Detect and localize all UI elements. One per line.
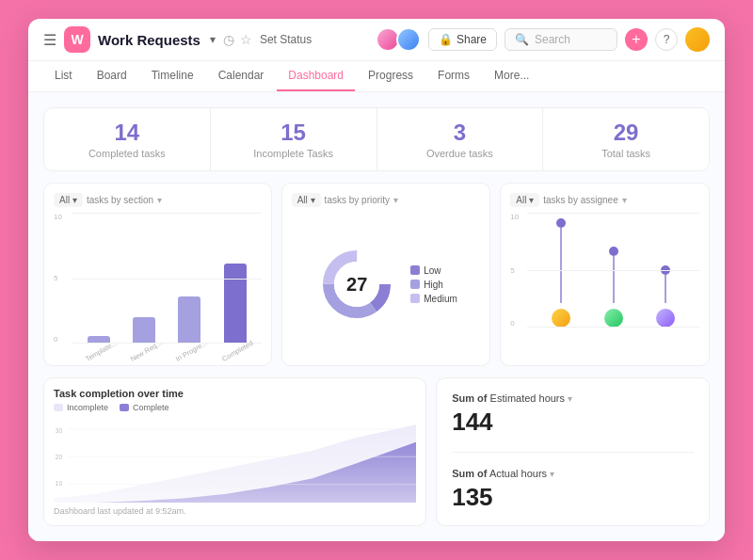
legend-low-dot	[410, 265, 420, 275]
stat-incomplete-number: 15	[218, 120, 369, 146]
app-logo: W	[64, 26, 90, 53]
tab-progress[interactable]: Progress	[357, 61, 425, 91]
legend-complete: Complete	[120, 403, 169, 412]
donut-priority-chevron-icon[interactable]: ▾	[393, 195, 398, 205]
donut-filter-all[interactable]: All ▾	[292, 193, 321, 207]
bar-y-label-5: 5	[54, 274, 62, 282]
legend-high-dot	[410, 280, 420, 289]
legend-low: Low	[410, 265, 457, 276]
sum-estimated-sub: Estimated hours	[490, 392, 565, 404]
bar-chart-card: All ▾ tasks by section ▾	[43, 183, 272, 366]
sum-estimated-chevron-icon[interactable]: ▾	[568, 393, 572, 404]
header-right: 🔒 Share 🔍 Search + ?	[376, 27, 710, 52]
app-title: Work Requests	[98, 32, 200, 48]
legend-complete-box	[120, 404, 129, 411]
bar-y-label-10: 10	[54, 213, 62, 221]
lollipop-y-0: 0	[510, 319, 519, 328]
stat-overdue-number: 3	[385, 120, 536, 146]
stats-row: 14 Completed tasks 15 Incomplete Tasks 3…	[43, 107, 710, 171]
sum-divider	[452, 452, 694, 453]
tab-forms[interactable]: Forms	[426, 61, 481, 91]
area-chart-card: Task completion over time Incomplete Com…	[43, 377, 426, 526]
area-legend: Incomplete Complete	[54, 403, 416, 412]
stat-incomplete-label: Incomplete Tasks	[218, 148, 369, 159]
bar-chart-area: 10 5 0	[54, 213, 262, 356]
star-icon[interactable]: ☆	[240, 32, 252, 47]
tab-dashboard[interactable]: Dashboard	[277, 61, 355, 91]
stat-total-label: Total tasks	[551, 148, 701, 159]
tab-more[interactable]: More...	[483, 61, 540, 91]
legend-high: High	[410, 280, 457, 290]
legend-medium: Medium	[410, 294, 457, 304]
sum-actual: Sum of Actual hours ▾ 135	[452, 468, 694, 512]
lollipop-y-10: 10	[510, 213, 519, 221]
donut-container: 27	[314, 242, 399, 327]
sum-actual-strong: Sum of	[452, 468, 487, 479]
sum-estimated-label: Sum of Estimated hours ▾	[452, 392, 694, 404]
donut-chart-card: All ▾ tasks by priority ▾	[281, 183, 491, 366]
legend-high-label: High	[424, 280, 443, 290]
stat-total: 29 Total tasks	[543, 108, 709, 170]
bar-y-label-0: 0	[54, 335, 62, 344]
donut-center-value: 27	[346, 274, 367, 296]
search-box[interactable]: 🔍 Search	[505, 28, 617, 51]
clock-icon: ◷	[223, 32, 234, 47]
sum-actual-chevron-icon[interactable]: ▾	[550, 469, 554, 479]
tab-calendar[interactable]: Calendar	[207, 61, 276, 91]
lollipop-assignee-chevron-icon[interactable]: ▾	[622, 195, 627, 205]
lollipop-filter-all[interactable]: All ▾	[510, 193, 539, 207]
legend-medium-dot	[410, 294, 420, 303]
menu-icon[interactable]: ☰	[43, 31, 56, 49]
area-y-30: 30	[56, 427, 63, 434]
header: ☰ W Work Requests ▾ ◷ ☆ Set Status 🔒 Sha…	[28, 19, 725, 61]
sum-estimated: Sum of Estimated hours ▾ 144	[452, 392, 694, 437]
sum-estimated-strong: Sum of	[452, 392, 487, 404]
lollipop-chart-card: All ▾ tasks by assignee ▾ 1	[500, 183, 710, 366]
area-y-20: 20	[56, 454, 63, 460]
share-button[interactable]: 🔒 Share	[428, 28, 497, 51]
search-icon: 🔍	[515, 33, 529, 46]
tab-list[interactable]: List	[43, 61, 84, 91]
charts-row: All ▾ tasks by section ▾	[43, 183, 710, 366]
donut-legend: Low High Medium	[410, 265, 457, 304]
area-y-10: 10	[56, 480, 63, 487]
lollipop-area: 10 5 0	[510, 213, 699, 356]
help-button[interactable]: ?	[655, 28, 678, 51]
donut-chart-header: All ▾ tasks by priority ▾	[292, 193, 481, 207]
user-avatar[interactable]	[685, 27, 710, 52]
main-content: 14 Completed tasks 15 Incomplete Tasks 3…	[28, 92, 725, 541]
stat-total-number: 29	[551, 120, 701, 146]
lollipop-chart-title: tasks by assignee	[543, 195, 618, 205]
app-window: ☰ W Work Requests ▾ ◷ ☆ Set Status 🔒 Sha…	[28, 19, 725, 541]
title-chevron-icon[interactable]: ▾	[210, 33, 216, 46]
donut-area: 27 Low High Medium	[292, 213, 481, 356]
legend-incomplete-box	[54, 404, 63, 411]
avatar-2	[396, 27, 421, 52]
area-chart-footer: Dashboard last updated at 9:52am.	[54, 506, 416, 516]
bar-section-chevron-icon[interactable]: ▾	[157, 195, 162, 205]
bar-filter-all[interactable]: All ▾	[54, 193, 83, 207]
area-chart-title: Task completion over time	[54, 388, 416, 399]
nav-tabs: List Board Timeline Calendar Dashboard P…	[28, 61, 725, 92]
legend-complete-label: Complete	[133, 403, 169, 412]
legend-incomplete-label: Incomplete	[67, 403, 108, 412]
bar-chart-header: All ▾ tasks by section ▾	[54, 193, 262, 207]
lollipop-chart-header: All ▾ tasks by assignee ▾	[510, 193, 699, 207]
tab-board[interactable]: Board	[86, 61, 138, 91]
stat-overdue: 3 Overdue tasks	[377, 108, 544, 170]
stat-incomplete: 15 Incomplete Tasks	[211, 108, 377, 170]
share-label: Share	[457, 33, 487, 46]
tab-timeline[interactable]: Timeline	[140, 61, 205, 91]
legend-medium-label: Medium	[424, 294, 457, 304]
set-status-button[interactable]: Set Status	[260, 33, 312, 46]
lock-icon: 🔒	[439, 33, 453, 46]
legend-low-label: Low	[424, 265, 441, 276]
add-button[interactable]: +	[625, 28, 648, 51]
area-chart-svg: 30 20 10	[54, 416, 416, 503]
bottom-row: Task completion over time Incomplete Com…	[43, 377, 710, 526]
donut-chart-title: tasks by priority	[325, 195, 390, 205]
sum-actual-label: Sum of Actual hours ▾	[452, 468, 694, 479]
legend-incomplete: Incomplete	[54, 403, 108, 412]
bar-chart-title: tasks by section	[87, 195, 153, 205]
search-placeholder: Search	[535, 33, 570, 46]
